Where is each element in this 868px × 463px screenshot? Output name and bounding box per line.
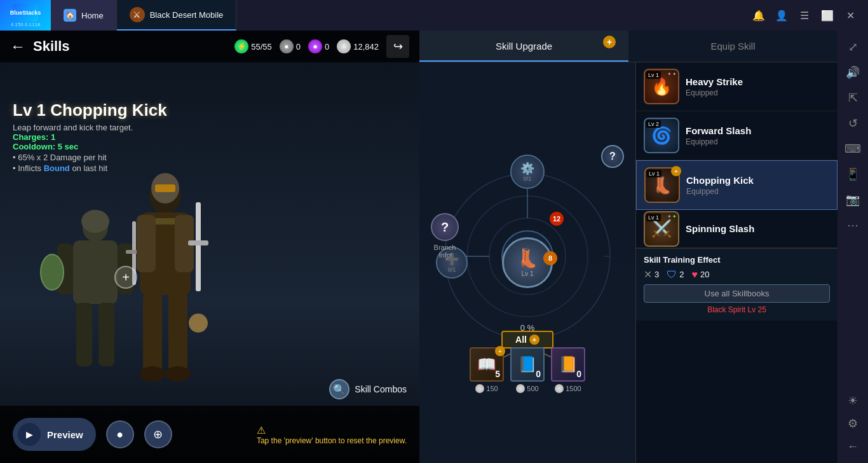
gem-resource: ● 0 [280,39,301,53]
use-all-button[interactable]: Use all Skillbooks [644,284,830,303]
settings-icon[interactable]: ⚙ [841,412,864,435]
svg-point-18 [165,366,191,382]
all-button[interactable]: All + [501,331,553,349]
back-nav-icon[interactable]: ← [841,435,864,458]
training-title: Skill Training Effect [644,255,830,265]
heart-icon: ♥ [691,269,698,280]
preview-button[interactable]: ▶ Preview [13,418,96,451]
heavy-strike-icon: 🔥 Lv 1 ✦ ✦ [644,69,679,104]
shield-icon: 🛡 [667,269,677,280]
training-effect-panel: Skill Training Effect ✕ 3 🛡 2 ♥ [636,248,837,321]
account-icon[interactable]: 👤 [774,8,789,23]
skill-tree-area: 👢 Lv 1 ⚙️ 0/1 [419,62,837,463]
expand-icon[interactable]: ⇱ [841,86,864,109]
svg-rect-20 [155,184,175,192]
skill-info: Lv 1 Chopping Kick Leap forward and kick… [13,100,167,173]
skill-title: Lv 1 Chopping Kick [13,100,167,120]
skill-combos-button[interactable]: 🔍 Skill Combos [329,379,407,399]
game-area: ← Skills ⚡ 55/55 ● 0 ● 0 S 12,842 ↪ [0,31,837,463]
tab-game[interactable]: ⚔ Black Desert Mobile [117,0,237,31]
volume-icon[interactable]: 🔊 [841,61,864,84]
skill-list-item-chopping-kick[interactable]: 👢 Lv 1 + Chopping Kick Equipped [636,160,837,210]
forward-slash-icon: 🌀 Lv 2 [644,118,679,153]
home-tab-icon: 🏠 [64,9,76,22]
top-node-icon: ⚙️ [520,162,534,176]
tab-home[interactable]: 🏠 Home [51,0,117,31]
skill-combos-icon: 🔍 [329,379,349,399]
skillbook-icon-3: 📙 0 [551,347,585,382]
game-header: ← Skills ⚡ 55/55 ● 0 ● 0 S 12,842 ↪ [0,31,419,62]
skill-charges: Charges: 1 [13,132,167,142]
small-btn-1[interactable]: ● [106,420,134,448]
skill-upgrade-panel: Skill Upgrade + Equip Skill [419,31,837,463]
right-panel: Skill Upgrade + Equip Skill [419,31,837,463]
svg-rect-4 [76,303,92,366]
add-skill-button[interactable]: + [114,266,137,289]
back-button[interactable]: ← [10,38,25,55]
tree-container: 👢 Lv 1 ⚙️ 0/1 [426,129,629,396]
top-node-count: 0/1 [524,176,532,182]
svg-point-6 [41,254,64,290]
panel-tabs: Skill Upgrade + Equip Skill [419,31,837,62]
bluestacks-logo: BlueStacks 4.150.0.1118 [0,0,51,31]
skillbook-3[interactable]: 📙 0 1500 [551,347,585,393]
branch-circle: ? [431,213,459,241]
branch-label: BranchInfo [434,244,456,259]
skill-bullet-1: • 65% x 2 Damage per hit [13,153,167,162]
tab-skill-upgrade[interactable]: Skill Upgrade + [419,31,628,62]
camera-icon[interactable]: 📷 [841,188,864,211]
tab-equip-skill[interactable]: Equip Skill [628,31,837,62]
training-stats: ✕ 3 🛡 2 ♥ 20 [644,268,830,280]
center-node-icon: 👢 [517,248,539,269]
notification-icon[interactable]: 🔔 [751,8,766,23]
skillbook-1[interactable]: 📖 5 + 150 [470,347,504,393]
game-tab-icon: ⚔ [130,7,145,22]
tablet-icon[interactable]: 📱 [841,163,864,186]
skill-list-item-heavy-strike[interactable]: 🔥 Lv 1 ✦ ✦ Heavy Strike Equipped [636,62,837,111]
char-art: Lv 1 Chopping Kick Leap forward and kick… [0,62,419,463]
spinning-slash-level: Lv 1 [646,214,661,221]
exit-button[interactable]: ↪ [386,35,409,58]
x-icon: ✕ [644,268,652,280]
energy-icon: ⚡ [234,39,248,53]
brightness-icon[interactable]: ☀ [841,389,864,412]
svg-rect-15 [143,291,162,374]
skill-bullet-2: • Inflicts Bound on last hit [13,163,167,173]
skillbook-price-1: 150 [475,384,498,393]
chopping-kick-icon: 👢 Lv 1 + [644,167,680,203]
skillbook-icon-2: 📘 0 [510,347,545,382]
play-icon: ▶ [18,423,41,446]
skill-cooldown: Cooldown: 5 sec [13,142,167,151]
skill-tree: 👢 Lv 1 ⚙️ 0/1 [419,62,635,463]
more-icon[interactable]: ⋯ [841,214,864,237]
top-skill-node[interactable]: ⚙️ 0/1 [510,155,545,189]
skill-description: Leap forward and kick the target. [13,123,167,132]
skillbook-badge-1: + [495,346,505,356]
restore-icon[interactable]: ⬜ [820,8,835,23]
skill-list-item-spinning-slash[interactable]: ⚔️ Lv 1 ✦ ✦ Spinning Slash [636,210,837,248]
training-stat-heart: ♥ 20 [691,269,709,280]
badge-12: 12 [550,212,564,226]
top-node-circle[interactable]: ⚙️ 0/1 [510,155,545,189]
warning-text: Tap the 'preview' button to reset the pr… [257,436,407,445]
help-button[interactable]: ? [601,145,624,168]
small-btn-2[interactable]: ⊕ [144,420,172,448]
energy-resource: ⚡ 55/55 [234,39,272,53]
keyboard-icon[interactable]: ⌨ [841,137,864,160]
fullscreen-icon[interactable]: ⤢ [841,36,864,59]
forward-slash-level: Lv 2 [646,120,661,128]
tab-plus-badge: + [603,36,616,48]
skill-list-item-forward-slash[interactable]: 🌀 Lv 2 Forward Slash Equipped [636,111,837,160]
spinning-slash-icon: ⚔️ Lv 1 ✦ ✦ [644,211,679,247]
spirit-resource: ● 0 [308,39,329,53]
branch-info-button[interactable]: ? BranchInfo [431,213,459,259]
rotate-icon[interactable]: ↺ [841,112,864,135]
skills-list[interactable]: 🔥 Lv 1 ✦ ✦ Heavy Strike Equipped [635,62,837,463]
skillbook-icon-1: 📖 5 + [470,347,504,382]
training-stat-x: ✕ 3 [644,268,659,280]
skillbook-price-2: 500 [516,384,538,393]
close-icon[interactable]: ✕ [843,8,858,23]
skillbook-2[interactable]: 📘 0 500 [510,347,545,393]
menu-icon[interactable]: ☰ [797,8,812,23]
left-node-count: 0/1 [448,266,456,273]
